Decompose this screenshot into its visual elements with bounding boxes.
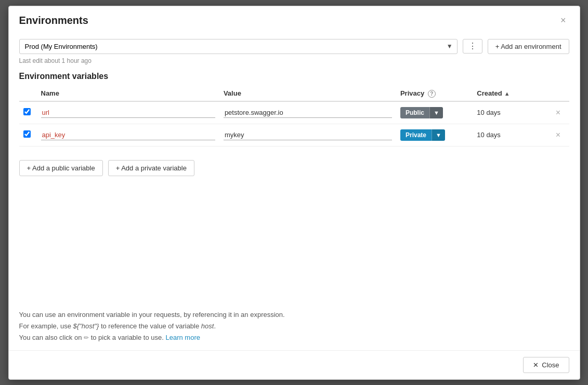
environments-modal: Environments × Prod (My Environments) ▼ … (8, 6, 580, 380)
info-line3-pre: You can also click on (19, 334, 84, 341)
row-privacy-cell: Public ▼ (396, 101, 473, 124)
env-selector-row: Prod (My Environments) ▼ ⋮ + Add an envi… (19, 39, 569, 54)
row-name-cell (37, 124, 219, 146)
close-label: Close (542, 361, 559, 369)
modal-header: Environments × (9, 6, 580, 33)
env-dropdown-wrap: Prod (My Environments) ▼ (19, 39, 458, 54)
row-checkbox-1[interactable] (23, 130, 31, 138)
variables-table: Name Value Privacy ? Created ▲ (19, 86, 569, 147)
info-line-3: You can also click on ✏ to pick a variab… (19, 332, 569, 343)
row-name-cell (37, 101, 219, 124)
info-text-block: You can use an environment variable in y… (19, 304, 569, 343)
value-input-0[interactable] (224, 108, 392, 118)
table-row: Private ▼ 10 days × (19, 124, 569, 146)
name-input-0[interactable] (41, 108, 215, 118)
row-check-cell (19, 101, 37, 124)
info-line3-mid: to pick a variable to use. (89, 334, 165, 341)
info-line2-code: ${"host"} (73, 322, 99, 330)
env-kebab-menu-button[interactable]: ⋮ (463, 39, 482, 54)
info-line-2: For example, use ${"host"} to reference … (19, 321, 569, 332)
privacy-label: Privacy (400, 89, 424, 97)
last-edit-text: Last edit about 1 hour ago (19, 57, 569, 64)
add-public-variable-button[interactable]: + Add a public variable (19, 160, 103, 176)
col-header-delete (550, 86, 569, 101)
info-line2-end: . (214, 322, 216, 330)
modal-body: Prod (My Environments) ▼ ⋮ + Add an envi… (9, 33, 580, 350)
row-privacy-cell: Private ▼ (396, 124, 473, 146)
chevron-down-icon: ▼ (442, 43, 457, 50)
created-label: Created (477, 89, 502, 97)
privacy-btn-group-0: Public ▼ (400, 107, 443, 118)
row-delete-cell: × (550, 101, 569, 124)
sort-asc-icon[interactable]: ▲ (504, 90, 510, 97)
col-header-created: Created ▲ (473, 86, 549, 101)
modal-footer: ✕ Close (9, 350, 580, 379)
section-title: Environment variables (19, 72, 569, 81)
add-environment-button[interactable]: + Add an environment (488, 39, 569, 54)
close-x-button[interactable]: × (557, 15, 569, 26)
learn-more-link[interactable]: Learn more (165, 334, 200, 341)
table-row: Public ▼ 10 days × (19, 101, 569, 124)
privacy-arrow-btn-0[interactable]: ▼ (429, 107, 443, 118)
privacy-main-btn-0[interactable]: Public (400, 107, 429, 118)
row-delete-cell: × (550, 124, 569, 146)
col-header-value: Value (219, 86, 396, 101)
col-header-check (19, 86, 37, 101)
value-input-1[interactable] (224, 130, 392, 140)
row-checkbox-0[interactable] (23, 108, 31, 115)
info-line2-mid: to reference the value of variable (99, 322, 201, 330)
created-value-1: 10 days (477, 131, 501, 139)
row-created-cell: 10 days (473, 124, 549, 146)
close-icon: ✕ (533, 361, 539, 369)
info-line-1: You can use an environment variable in y… (19, 309, 569, 321)
col-header-privacy: Privacy ? (396, 86, 473, 101)
privacy-info-icon: ? (428, 90, 436, 98)
created-value-0: 10 days (477, 109, 501, 116)
info-line2-pre: For example, use (19, 322, 73, 330)
row-check-cell (19, 124, 37, 146)
row-value-cell (219, 124, 396, 146)
env-dropdown-select[interactable]: Prod (My Environments) (20, 39, 442, 54)
add-variable-row: + Add a public variable + Add a private … (19, 160, 569, 176)
privacy-arrow-btn-1[interactable]: ▼ (432, 129, 445, 141)
add-private-variable-button[interactable]: + Add a private variable (108, 160, 194, 176)
row-created-cell: 10 days (473, 101, 549, 124)
table-header-row: Name Value Privacy ? Created ▲ (19, 86, 569, 101)
col-header-name: Name (37, 86, 219, 101)
name-input-1[interactable] (41, 130, 215, 140)
close-button[interactable]: ✕ Close (523, 357, 569, 373)
modal-title: Environments (19, 15, 88, 26)
delete-row-button-0[interactable]: × (554, 108, 563, 117)
privacy-main-btn-1[interactable]: Private (400, 129, 432, 141)
delete-row-button-1[interactable]: × (554, 130, 563, 140)
info-line2-var: host (201, 322, 214, 330)
privacy-btn-group-1: Private ▼ (400, 129, 445, 141)
pencil-icon: ✏ (84, 333, 89, 343)
row-value-cell (219, 101, 396, 124)
